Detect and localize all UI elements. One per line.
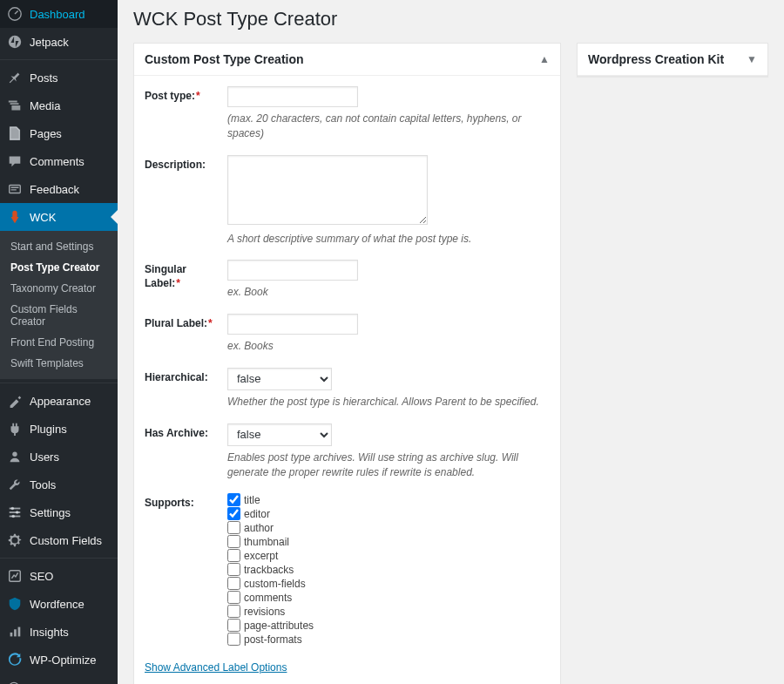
submenu-post-type-creator[interactable]: Post Type Creator xyxy=(0,257,118,278)
hint-singular: ex. Book xyxy=(227,285,550,300)
svg-point-7 xyxy=(11,507,15,511)
supports-checkbox[interactable] xyxy=(227,549,240,562)
metabox-header[interactable]: Custom Post Type Creation ▲ xyxy=(134,44,560,76)
supports-option-label: thumbnail xyxy=(244,536,289,548)
sidebar-label: Posts xyxy=(30,71,58,85)
svg-rect-2 xyxy=(10,186,21,193)
supports-option-label: excerpt xyxy=(244,550,278,562)
sidebar-label: Plugins xyxy=(30,423,67,436)
sidebar-item-pages[interactable]: Pages xyxy=(0,119,118,147)
supports-checkbox[interactable] xyxy=(227,577,240,590)
sidebar-separator xyxy=(0,554,118,559)
supports-option[interactable]: custom-fields xyxy=(227,577,550,590)
sidebar-item-tools[interactable]: Tools xyxy=(0,471,118,498)
supports-checkbox[interactable] xyxy=(227,633,240,646)
hint-description: A short descriptive summary of what the … xyxy=(227,232,550,247)
sidebar-label: SEO xyxy=(30,570,53,583)
label-post-type: Post type:* xyxy=(145,86,219,104)
hint-has-archive: Enables post type archives. Will use str… xyxy=(227,450,550,480)
link-advanced-label-options[interactable]: Show Advanced Label Options xyxy=(145,661,287,674)
metabox-cpt-creation: Custom Post Type Creation ▲ Post type:* … xyxy=(133,43,561,684)
main-content: WCK Post Type Creator Custom Post Type C… xyxy=(118,0,784,684)
sidebar-item-custom-fields[interactable]: Custom Fields xyxy=(0,526,118,554)
page-icon xyxy=(7,125,23,141)
supports-option[interactable]: author xyxy=(227,521,550,534)
supports-checkbox[interactable] xyxy=(227,521,240,534)
sidebar-item-plugins[interactable]: Plugins xyxy=(0,415,118,443)
textarea-description[interactable] xyxy=(227,155,428,225)
sidebar-label: Appearance xyxy=(30,395,91,408)
select-has-archive[interactable]: false xyxy=(227,423,332,446)
sidebar-item-users[interactable]: Users xyxy=(0,443,118,471)
supports-option[interactable]: comments xyxy=(227,591,550,604)
feedback-icon xyxy=(7,181,23,197)
sidebar-item-wp-optimize[interactable]: WP-Optimize xyxy=(0,646,118,674)
input-plural-label[interactable] xyxy=(227,314,358,335)
supports-option-label: title xyxy=(244,494,260,506)
submenu-custom-fields-creator[interactable]: Custom Fields Creator xyxy=(0,299,118,332)
label-plural: Plural Label:* xyxy=(145,314,219,331)
sidebar-item-jetpack[interactable]: Jetpack xyxy=(0,28,118,56)
submenu-front-end-posting[interactable]: Front End Posting xyxy=(0,332,118,353)
input-singular-label[interactable] xyxy=(227,260,358,281)
sidebar-item-media[interactable]: Media xyxy=(0,91,118,119)
hint-hierarchical: Whether the post type is hierarchical. A… xyxy=(227,395,550,410)
sidebar-item-comments[interactable]: Comments xyxy=(0,147,118,175)
sidebar-label: Tools xyxy=(30,478,56,491)
svg-point-3 xyxy=(12,452,17,457)
input-post-type[interactable] xyxy=(227,86,358,107)
sidebar-item-seo[interactable]: SEO xyxy=(0,562,118,590)
supports-checkbox[interactable] xyxy=(227,605,240,618)
supports-checkbox[interactable] xyxy=(227,507,240,520)
svg-point-9 xyxy=(11,515,15,518)
sidebar-item-insights[interactable]: Insights xyxy=(0,618,118,646)
select-hierarchical[interactable]: false xyxy=(227,368,332,390)
supports-option-label: post-formats xyxy=(244,633,302,646)
sidebar-label: WP-Optimize xyxy=(30,654,97,667)
sidebar-label: Wordfence xyxy=(30,598,84,611)
sidebar-item-dashboard[interactable]: Dashboard xyxy=(0,0,118,28)
supports-checkbox[interactable] xyxy=(227,591,240,604)
sidebar-separator xyxy=(0,56,118,60)
sidebar-label: Media xyxy=(30,99,60,112)
label-description: Description: xyxy=(145,155,219,173)
supports-option[interactable]: trackbacks xyxy=(227,563,550,576)
svg-rect-11 xyxy=(10,633,13,637)
sidebar-item-wordfence[interactable]: Wordfence xyxy=(0,590,118,618)
metabox-header-side[interactable]: Wordpress Creation Kit ▼ xyxy=(578,44,767,76)
shield-icon xyxy=(7,596,23,612)
supports-option[interactable]: thumbnail xyxy=(227,535,550,548)
supports-option-label: comments xyxy=(244,592,292,604)
sidebar-item-settings[interactable]: Settings xyxy=(0,498,118,526)
hint-plural: ex. Books xyxy=(227,339,550,354)
gear-icon xyxy=(7,532,23,548)
sidebar-item-feedback[interactable]: Feedback xyxy=(0,175,118,203)
sidebar-item-posts[interactable]: Posts xyxy=(0,64,118,91)
comment-icon xyxy=(7,153,23,169)
submenu-start-settings[interactable]: Start and Settings xyxy=(0,236,118,257)
sidebar-label: Dashboard xyxy=(30,8,85,21)
hint-post-type: (max. 20 characters, can not contain cap… xyxy=(227,112,550,141)
sidebar-item-appearance[interactable]: Appearance xyxy=(0,387,118,415)
users-icon xyxy=(7,449,23,464)
supports-option-label: custom-fields xyxy=(244,578,306,590)
sidebar-label: Pages xyxy=(30,127,62,140)
supports-option[interactable]: editor xyxy=(227,507,550,520)
collapse-menu[interactable]: Collapse menu xyxy=(0,674,118,684)
supports-checkbox[interactable] xyxy=(227,563,240,576)
supports-option[interactable]: revisions xyxy=(227,605,550,618)
supports-checkbox[interactable] xyxy=(227,535,240,548)
supports-option[interactable]: page-attributes xyxy=(227,619,550,632)
svg-point-1 xyxy=(9,36,21,48)
sidebar-item-wck[interactable]: WCK xyxy=(0,203,118,231)
submenu-taxonomy-creator[interactable]: Taxonomy Creator xyxy=(0,278,118,299)
submenu-swift-templates[interactable]: Swift Templates xyxy=(0,353,118,374)
supports-checkbox[interactable] xyxy=(227,493,240,506)
collapse-icon xyxy=(7,681,21,684)
supports-option[interactable]: excerpt xyxy=(227,549,550,562)
supports-option[interactable]: post-formats xyxy=(227,633,550,646)
supports-option[interactable]: title xyxy=(227,493,550,506)
sidebar-label: Settings xyxy=(30,506,71,519)
supports-option-label: page-attributes xyxy=(244,620,314,632)
supports-checkbox[interactable] xyxy=(227,619,240,632)
